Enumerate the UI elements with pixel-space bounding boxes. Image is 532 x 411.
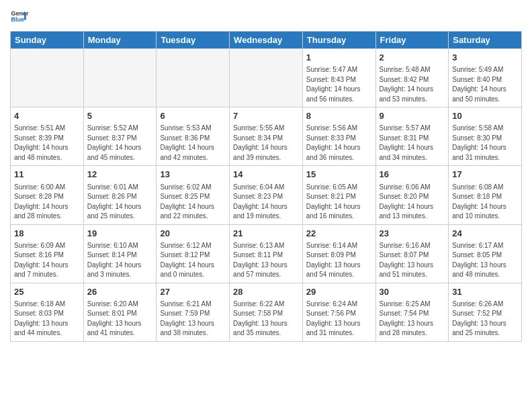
header: General Blue bbox=[10, 7, 522, 26]
calendar-cell: 29Sunrise: 6:24 AMSunset: 7:56 PMDayligh… bbox=[302, 283, 375, 341]
svg-text:General: General bbox=[11, 10, 29, 17]
calendar-week-1: 1Sunrise: 5:47 AMSunset: 8:43 PMDaylight… bbox=[11, 49, 522, 107]
calendar-cell bbox=[11, 49, 84, 107]
calendar-cell: 26Sunrise: 6:20 AMSunset: 8:01 PMDayligh… bbox=[83, 283, 157, 341]
calendar-cell: 28Sunrise: 6:22 AMSunset: 7:58 PMDayligh… bbox=[230, 283, 303, 341]
calendar-cell: 31Sunrise: 6:26 AMSunset: 7:52 PMDayligh… bbox=[449, 283, 522, 341]
calendar-cell: 7Sunrise: 5:55 AMSunset: 8:34 PMDaylight… bbox=[230, 107, 303, 166]
calendar-cell: 1Sunrise: 5:47 AMSunset: 8:43 PMDaylight… bbox=[302, 49, 375, 107]
svg-text:Blue: Blue bbox=[11, 16, 24, 23]
calendar-week-5: 25Sunrise: 6:18 AMSunset: 8:03 PMDayligh… bbox=[11, 283, 522, 341]
day-info: Sunrise: 5:51 AMSunset: 8:39 PMDaylight:… bbox=[14, 124, 80, 163]
day-info: Sunrise: 6:18 AMSunset: 8:03 PMDaylight:… bbox=[14, 300, 80, 338]
day-info: Sunrise: 6:16 AMSunset: 8:07 PMDaylight:… bbox=[380, 241, 445, 280]
day-number: 6 bbox=[160, 110, 226, 122]
day-info: Sunrise: 6:06 AMSunset: 8:20 PMDaylight:… bbox=[380, 183, 445, 222]
day-info: Sunrise: 5:49 AMSunset: 8:40 PMDaylight:… bbox=[452, 65, 518, 104]
calendar-table: SundayMondayTuesdayWednesdayThursdayFrid… bbox=[10, 31, 522, 342]
calendar-cell bbox=[83, 49, 157, 107]
day-info: Sunrise: 6:08 AMSunset: 8:18 PMDaylight:… bbox=[452, 183, 518, 222]
day-number: 21 bbox=[233, 228, 299, 240]
calendar-cell: 3Sunrise: 5:49 AMSunset: 8:40 PMDaylight… bbox=[449, 49, 522, 107]
calendar-cell: 11Sunrise: 6:00 AMSunset: 8:28 PMDayligh… bbox=[11, 166, 84, 224]
calendar-cell: 16Sunrise: 6:06 AMSunset: 8:20 PMDayligh… bbox=[375, 166, 449, 224]
calendar-cell: 23Sunrise: 6:16 AMSunset: 8:07 PMDayligh… bbox=[375, 224, 449, 283]
calendar-cell: 8Sunrise: 5:56 AMSunset: 8:33 PMDaylight… bbox=[302, 107, 375, 166]
day-number: 4 bbox=[14, 110, 80, 122]
day-info: Sunrise: 6:12 AMSunset: 8:12 PMDaylight:… bbox=[160, 241, 226, 280]
calendar-cell: 22Sunrise: 6:14 AMSunset: 8:09 PMDayligh… bbox=[302, 224, 375, 283]
day-number: 20 bbox=[160, 228, 226, 240]
day-number: 22 bbox=[306, 228, 372, 240]
day-number: 25 bbox=[14, 286, 80, 298]
day-number: 2 bbox=[380, 52, 445, 64]
day-info: Sunrise: 6:02 AMSunset: 8:25 PMDaylight:… bbox=[160, 183, 226, 222]
day-number: 30 bbox=[380, 286, 445, 298]
day-info: Sunrise: 6:10 AMSunset: 8:14 PMDaylight:… bbox=[87, 241, 153, 280]
calendar-cell: 25Sunrise: 6:18 AMSunset: 8:03 PMDayligh… bbox=[11, 283, 84, 341]
day-info: Sunrise: 5:56 AMSunset: 8:33 PMDaylight:… bbox=[306, 124, 372, 163]
day-info: Sunrise: 6:17 AMSunset: 8:05 PMDaylight:… bbox=[452, 241, 518, 280]
day-number: 7 bbox=[233, 110, 299, 122]
day-info: Sunrise: 5:48 AMSunset: 8:42 PMDaylight:… bbox=[380, 65, 445, 104]
calendar-cell: 6Sunrise: 5:53 AMSunset: 8:36 PMDaylight… bbox=[157, 107, 230, 166]
day-info: Sunrise: 5:58 AMSunset: 8:30 PMDaylight:… bbox=[452, 124, 518, 163]
day-info: Sunrise: 6:01 AMSunset: 8:26 PMDaylight:… bbox=[87, 183, 153, 222]
day-info: Sunrise: 6:13 AMSunset: 8:11 PMDaylight:… bbox=[233, 241, 299, 280]
calendar-cell bbox=[157, 49, 230, 107]
calendar-cell: 14Sunrise: 6:04 AMSunset: 8:23 PMDayligh… bbox=[230, 166, 303, 224]
day-info: Sunrise: 6:09 AMSunset: 8:16 PMDaylight:… bbox=[14, 241, 80, 280]
calendar-cell: 12Sunrise: 6:01 AMSunset: 8:26 PMDayligh… bbox=[83, 166, 157, 224]
day-info: Sunrise: 5:53 AMSunset: 8:36 PMDaylight:… bbox=[160, 124, 226, 163]
calendar-header-saturday: Saturday bbox=[449, 32, 522, 49]
day-number: 3 bbox=[452, 52, 518, 64]
page: General Blue SundayMondayTuesdayWednesda… bbox=[0, 0, 532, 411]
calendar-header-row: SundayMondayTuesdayWednesdayThursdayFrid… bbox=[11, 32, 522, 49]
calendar-cell: 19Sunrise: 6:10 AMSunset: 8:14 PMDayligh… bbox=[83, 224, 157, 283]
day-info: Sunrise: 6:00 AMSunset: 8:28 PMDaylight:… bbox=[14, 183, 80, 222]
calendar-header-monday: Monday bbox=[83, 32, 157, 49]
day-info: Sunrise: 6:21 AMSunset: 7:59 PMDaylight:… bbox=[160, 300, 226, 338]
day-number: 13 bbox=[160, 169, 226, 181]
calendar-cell: 2Sunrise: 5:48 AMSunset: 8:42 PMDaylight… bbox=[375, 49, 449, 107]
calendar-week-3: 11Sunrise: 6:00 AMSunset: 8:28 PMDayligh… bbox=[11, 166, 522, 224]
day-info: Sunrise: 6:26 AMSunset: 7:52 PMDaylight:… bbox=[452, 300, 518, 338]
calendar-cell: 10Sunrise: 5:58 AMSunset: 8:30 PMDayligh… bbox=[449, 107, 522, 166]
day-number: 15 bbox=[306, 169, 372, 181]
calendar-cell bbox=[230, 49, 303, 107]
calendar-cell: 5Sunrise: 5:52 AMSunset: 8:37 PMDaylight… bbox=[83, 107, 157, 166]
day-number: 16 bbox=[380, 169, 445, 181]
day-number: 14 bbox=[233, 169, 299, 181]
day-number: 5 bbox=[87, 110, 153, 122]
day-info: Sunrise: 5:52 AMSunset: 8:37 PMDaylight:… bbox=[87, 124, 153, 163]
day-number: 10 bbox=[452, 110, 518, 122]
calendar-header-thursday: Thursday bbox=[302, 32, 375, 49]
calendar-cell: 4Sunrise: 5:51 AMSunset: 8:39 PMDaylight… bbox=[11, 107, 84, 166]
day-number: 24 bbox=[452, 228, 518, 240]
logo-icon: General Blue bbox=[10, 7, 29, 26]
day-info: Sunrise: 5:57 AMSunset: 8:31 PMDaylight:… bbox=[380, 124, 445, 163]
day-info: Sunrise: 5:47 AMSunset: 8:43 PMDaylight:… bbox=[306, 65, 372, 104]
day-number: 28 bbox=[233, 286, 299, 298]
day-number: 19 bbox=[87, 228, 153, 240]
day-info: Sunrise: 6:24 AMSunset: 7:56 PMDaylight:… bbox=[306, 300, 372, 338]
calendar-cell: 9Sunrise: 5:57 AMSunset: 8:31 PMDaylight… bbox=[375, 107, 449, 166]
day-number: 23 bbox=[380, 228, 445, 240]
calendar-cell: 15Sunrise: 6:05 AMSunset: 8:21 PMDayligh… bbox=[302, 166, 375, 224]
calendar-header-wednesday: Wednesday bbox=[230, 32, 303, 49]
day-info: Sunrise: 6:05 AMSunset: 8:21 PMDaylight:… bbox=[306, 183, 372, 222]
calendar-cell: 21Sunrise: 6:13 AMSunset: 8:11 PMDayligh… bbox=[230, 224, 303, 283]
calendar-header-tuesday: Tuesday bbox=[157, 32, 230, 49]
calendar-cell: 30Sunrise: 6:25 AMSunset: 7:54 PMDayligh… bbox=[375, 283, 449, 341]
day-number: 31 bbox=[452, 286, 518, 298]
day-number: 11 bbox=[14, 169, 80, 181]
day-info: Sunrise: 5:55 AMSunset: 8:34 PMDaylight:… bbox=[233, 124, 299, 163]
day-info: Sunrise: 6:14 AMSunset: 8:09 PMDaylight:… bbox=[306, 241, 372, 280]
logo: General Blue bbox=[10, 7, 29, 26]
calendar-cell: 13Sunrise: 6:02 AMSunset: 8:25 PMDayligh… bbox=[157, 166, 230, 224]
day-number: 26 bbox=[87, 286, 153, 298]
day-info: Sunrise: 6:22 AMSunset: 7:58 PMDaylight:… bbox=[233, 300, 299, 338]
calendar-week-4: 18Sunrise: 6:09 AMSunset: 8:16 PMDayligh… bbox=[11, 224, 522, 283]
day-number: 1 bbox=[306, 52, 372, 64]
calendar-week-2: 4Sunrise: 5:51 AMSunset: 8:39 PMDaylight… bbox=[11, 107, 522, 166]
